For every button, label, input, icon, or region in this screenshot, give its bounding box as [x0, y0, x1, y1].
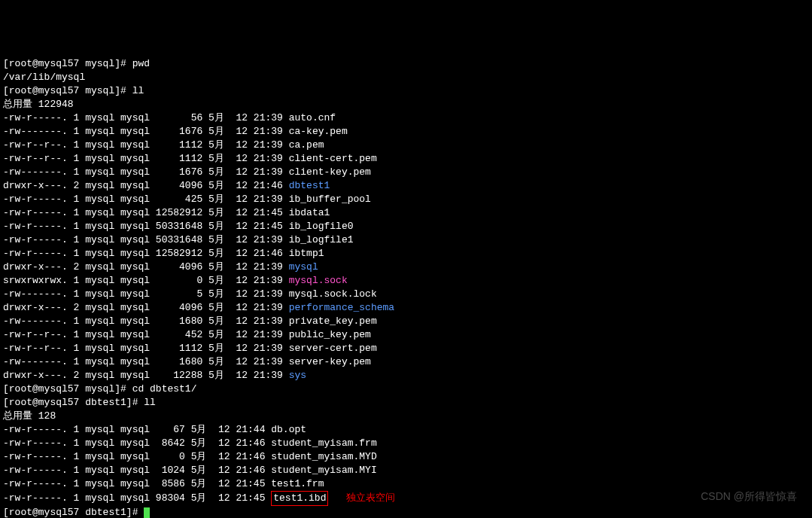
- file-name: student_myisam.MYI: [271, 465, 376, 476]
- ls-row: -rw-r-----. 1 mysql mysql 56 5月 12 21:39…: [3, 112, 336, 123]
- file-name: ibdata1: [289, 207, 330, 218]
- file-name: auto.cnf: [289, 112, 336, 123]
- file-name: ib_logfile1: [289, 234, 354, 245]
- prompt-line: [root@mysql57 dbtest1]# ll: [3, 397, 156, 408]
- ls-row: -rw-------. 1 mysql mysql 5 5月 12 21:39 …: [3, 288, 377, 300]
- file-name: dbtest1: [289, 180, 330, 191]
- file-name: student_myisam.frm: [271, 437, 376, 449]
- ls-row: -rw-------. 1 mysql mysql 1680 5月 12 21:…: [3, 356, 371, 367]
- prompt-line: [root@mysql57 mysql]# pwd: [3, 58, 150, 69]
- ls-row: -rw-r-----. 1 mysql mysql 12582912 5月 12…: [3, 248, 324, 259]
- ls-row: -rw-r-----. 1 mysql mysql 12582912 5月 12…: [3, 207, 330, 218]
- output-line: 总用量 122948: [3, 99, 74, 110]
- file-name: ib_buffer_pool: [289, 193, 371, 205]
- ls-row: drwxr-x---. 2 mysql mysql 4096 5月 12 21:…: [3, 302, 394, 313]
- ls-row: drwxr-x---. 2 mysql mysql 4096 5月 12 21:…: [3, 180, 330, 191]
- file-name: mysql.sock.lock: [289, 288, 377, 300]
- terminal-output: [root@mysql57 mysql]# pwd /var/lib/mysql…: [3, 57, 809, 518]
- ls-row: drwxr-x---. 2 mysql mysql 4096 5月 12 21:…: [3, 261, 318, 273]
- file-name: mysql.sock: [289, 275, 348, 286]
- ls-row: -rw-r--r--. 1 mysql mysql 1112 5月 12 21:…: [3, 343, 377, 354]
- file-name: ibtmp1: [289, 248, 324, 259]
- file-name: client-key.pem: [289, 166, 371, 178]
- ls-row: -rw-r-----. 1 mysql mysql 98304 5月 12 21…: [3, 492, 395, 504]
- prompt-line: [root@mysql57 mysql]# ll: [3, 85, 144, 96]
- ls-row: srwxrwxrwx. 1 mysql mysql 0 5月 12 21:39 …: [3, 275, 348, 286]
- ls-row: -rw-r-----. 1 mysql mysql 8586 5月 12 21:…: [3, 478, 324, 489]
- output-line: /var/lib/mysql: [3, 72, 85, 83]
- ls-row: -rw-r--r--. 1 mysql mysql 1112 5月 12 21:…: [3, 153, 377, 164]
- ls-row: -rw-r-----. 1 mysql mysql 425 5月 12 21:3…: [3, 193, 371, 205]
- file-name: test1.frm: [271, 478, 324, 489]
- ls-row: -rw-r-----. 1 mysql mysql 67 5月 12 21:44…: [3, 424, 306, 435]
- annotation-label: 独立表空间: [346, 492, 395, 504]
- cursor-icon: [144, 507, 150, 518]
- ls-row: -rw-r-----. 1 mysql mysql 1024 5月 12 21:…: [3, 465, 377, 476]
- prompt-line[interactable]: [root@mysql57 dbtest1]#: [3, 507, 150, 518]
- ls-row: -rw-r--r--. 1 mysql mysql 1112 5月 12 21:…: [3, 139, 324, 151]
- file-name: mysql: [289, 261, 318, 273]
- file-name: server-key.pem: [289, 356, 371, 367]
- prompt-line: [root@mysql57 mysql]# cd dbtest1/: [3, 383, 196, 395]
- ls-row: -rw-r-----. 1 mysql mysql 50331648 5月 12…: [3, 234, 354, 245]
- file-name: private_key.pem: [289, 315, 377, 327]
- file-name: ca.pem: [289, 139, 324, 151]
- file-name: performance_schema: [289, 302, 394, 313]
- watermark: CSDN @所得皆惊喜: [701, 489, 797, 503]
- ls-row: -rw-------. 1 mysql mysql 1676 5月 12 21:…: [3, 126, 348, 137]
- file-name: ib_logfile0: [289, 221, 354, 232]
- output-line: 总用量 128: [3, 410, 56, 422]
- ls-row: -rw-------. 1 mysql mysql 1676 5月 12 21:…: [3, 166, 371, 178]
- highlight-box: test1.ibd: [271, 491, 328, 506]
- file-name: db.opt: [271, 424, 306, 435]
- ls-row: -rw-r-----. 1 mysql mysql 50331648 5月 12…: [3, 221, 354, 232]
- ls-row: -rw-r-----. 1 mysql mysql 0 5月 12 21:46 …: [3, 451, 377, 462]
- file-name: client-cert.pem: [289, 153, 377, 164]
- ls-row: -rw-------. 1 mysql mysql 1680 5月 12 21:…: [3, 315, 377, 327]
- file-name: public_key.pem: [289, 329, 371, 340]
- ls-row: -rw-r-----. 1 mysql mysql 8642 5月 12 21:…: [3, 437, 377, 449]
- ls-row: -rw-r--r--. 1 mysql mysql 452 5月 12 21:3…: [3, 329, 371, 340]
- file-name: student_myisam.MYD: [271, 451, 376, 462]
- file-name: server-cert.pem: [289, 343, 377, 354]
- file-name: sys: [289, 370, 306, 381]
- file-name: ca-key.pem: [289, 126, 348, 137]
- ls-row: drwxr-x---. 2 mysql mysql 12288 5月 12 21…: [3, 370, 306, 381]
